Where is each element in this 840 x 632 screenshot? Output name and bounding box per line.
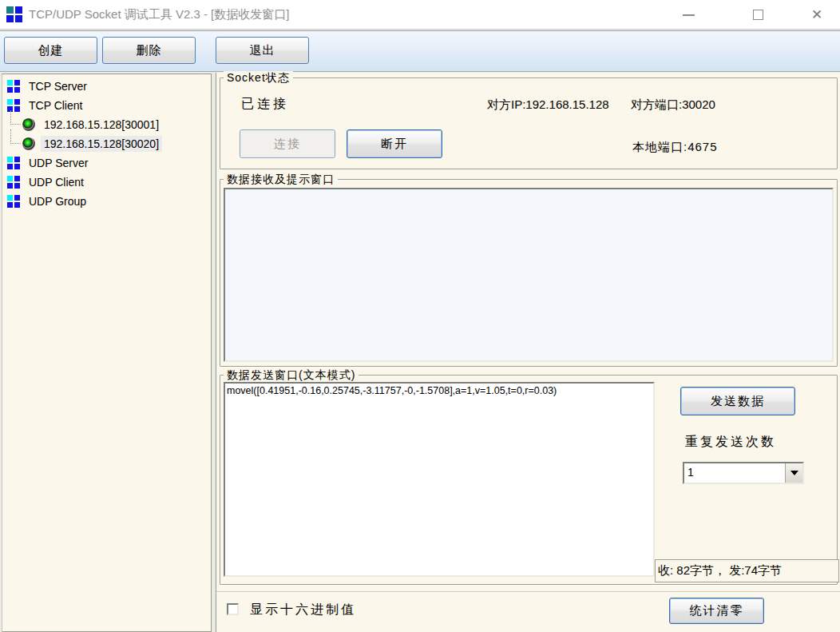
peer-port-label: 对方端口:30020	[631, 97, 715, 113]
connection-led-icon	[22, 137, 35, 150]
close-icon: ✕	[811, 6, 822, 23]
delete-button[interactable]: 删除	[102, 37, 196, 64]
byte-stats-label: 收: 82字节， 发:74字节	[658, 563, 782, 578]
tree-item-label: 192.168.15.128[30020]	[41, 136, 162, 152]
send-data-button[interactable]: 发送数据	[680, 387, 795, 415]
minimize-button[interactable]	[669, 0, 707, 29]
minimize-icon	[683, 14, 695, 16]
connection-led-icon	[22, 118, 35, 131]
titlebar: TCP/UDP Socket 调试工具 V2.3 - [数据收发窗口] ✕	[0, 0, 840, 30]
exit-button[interactable]: 退出	[216, 37, 309, 64]
tree-item-label: UDP Client	[26, 174, 87, 190]
tree-item-label: TCP Client	[26, 97, 85, 113]
tree-connector-line	[10, 129, 21, 144]
app-window: TCP/UDP Socket 调试工具 V2.3 - [数据收发窗口] ✕ 创建…	[0, 0, 840, 632]
hex-display-label: 显示十六进制值	[250, 602, 356, 618]
tree-item-group[interactable]: UDP Group	[2, 192, 211, 211]
send-group-title: 数据发送窗口(文本模式)	[224, 368, 359, 383]
create-button[interactable]: 创建	[4, 37, 97, 64]
repeat-count-label: 重复发送次数	[685, 434, 776, 451]
window-title: TCP/UDP Socket 调试工具 V2.3 - [数据收发窗口]	[29, 0, 289, 29]
socket-status-group: Socket状态 已连接 对方IP:192.168.15.128 对方端口:30…	[220, 78, 838, 169]
socket-type-icon	[7, 157, 20, 169]
socket-type-icon	[7, 195, 20, 208]
repeat-count-value: 1	[687, 466, 694, 479]
data-exchange-panel: Socket状态 已连接 对方IP:192.168.15.128 对方端口:30…	[216, 73, 840, 632]
close-button[interactable]: ✕	[798, 0, 836, 29]
repeat-count-combobox[interactable]: 1	[683, 462, 804, 484]
maximize-icon	[753, 10, 763, 20]
clear-stats-button[interactable]: 统计清零	[669, 598, 764, 624]
maximize-button[interactable]	[739, 0, 777, 29]
peer-ip-label: 对方IP:192.168.15.128	[487, 97, 609, 113]
toolbar: 创建 删除 退出	[0, 30, 840, 72]
bottom-options-row: 显示十六进制值 统计清零	[216, 591, 840, 632]
app-icon	[6, 6, 22, 22]
tree-item-label: TCP Server	[26, 78, 90, 94]
disconnect-button[interactable]: 断开	[347, 129, 442, 158]
connect-button[interactable]: 连接	[240, 129, 335, 158]
tree-item-group[interactable]: UDP Server	[2, 153, 211, 173]
chevron-down-icon	[790, 471, 798, 475]
tree-item-label: 192.168.15.128[30001]	[41, 117, 162, 133]
byte-stats-box: 收: 82字节， 发:74字节	[655, 559, 839, 582]
tree-item-group[interactable]: UDP Client	[2, 173, 211, 192]
socket-type-icon	[7, 176, 20, 189]
hex-display-checkbox[interactable]	[227, 603, 239, 615]
send-textarea[interactable]: movel([0.41951,-0.16,0.25745,-3.11757,-0…	[224, 382, 655, 577]
tree-item-group[interactable]: TCP Server	[2, 77, 211, 96]
socket-type-icon	[7, 80, 20, 93]
tree-item-label: UDP Server	[26, 155, 91, 171]
tree-item-connection[interactable]: 192.168.15.128[30001]	[2, 115, 211, 134]
tree-connector-line	[10, 110, 21, 125]
receive-group: 数据接收及提示窗口	[220, 179, 838, 367]
socket-tree-panel: TCP ServerTCP Client192.168.15.128[30001…	[2, 74, 212, 632]
tree-list: TCP ServerTCP Client192.168.15.128[30001…	[2, 77, 211, 211]
tree-item-label: UDP Group	[26, 193, 89, 209]
socket-status-group-title: Socket状态	[224, 71, 293, 85]
tree-item-group[interactable]: TCP Client	[2, 96, 211, 115]
receive-textarea[interactable]	[224, 188, 834, 362]
receive-group-title: 数据接收及提示窗口	[224, 173, 338, 187]
combobox-dropdown-button[interactable]	[785, 463, 802, 483]
connection-state-label: 已连接	[241, 96, 289, 113]
send-group: 数据发送窗口(文本模式) movel([0.41951,-0.16,0.2574…	[220, 375, 838, 585]
tree-item-connection[interactable]: 192.168.15.128[30020]	[2, 134, 211, 153]
local-port-label: 本地端口:4675	[632, 140, 718, 155]
